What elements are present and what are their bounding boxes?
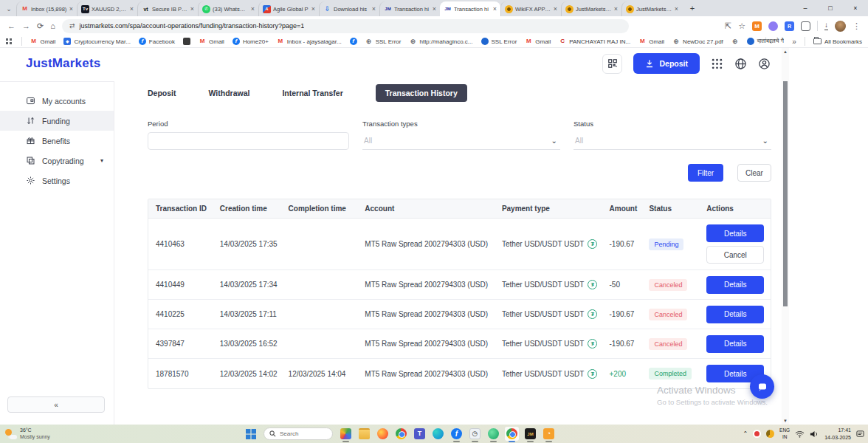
tab-internal-transfer[interactable]: Internal Transfer <box>282 89 342 97</box>
transaction-types-select[interactable]: All ⌄ <box>362 132 560 150</box>
browser-tab[interactable]: vt Secure IB Porta × <box>137 1 198 16</box>
bookmark-item[interactable]: MGmail <box>30 38 56 45</box>
browser-tab[interactable]: JM Transaction hi × <box>379 1 440 16</box>
all-bookmarks[interactable]: All Bookmarks <box>813 38 862 45</box>
share-icon[interactable]: ⇱ <box>725 21 731 31</box>
bookmark-item[interactable]: ⊕NewDoc 27.pdf <box>672 38 723 45</box>
tab-close-icon[interactable]: × <box>675 5 678 13</box>
bookmark-item[interactable]: SSL Error <box>481 38 517 45</box>
notification-icon[interactable] <box>856 430 864 438</box>
scroll-up-icon[interactable]: ▲ <box>782 49 789 54</box>
browser-tab[interactable]: WikiFX APP - C × <box>500 1 561 16</box>
apps-menu-icon[interactable] <box>711 58 723 70</box>
tab-close-icon[interactable]: × <box>69 5 73 13</box>
bookmark-item[interactable]: MGmail <box>638 38 664 45</box>
period-input[interactable] <box>148 132 349 150</box>
qr-code-button[interactable] <box>602 54 622 74</box>
bookmark-item[interactable] <box>183 38 190 45</box>
sidebar-item-copytrading[interactable]: Copytrading ▾ <box>0 151 114 171</box>
purple-extension-icon[interactable] <box>768 21 778 31</box>
orange-app-icon[interactable]: ◔ <box>542 427 556 441</box>
status-select[interactable]: All ⌄ <box>574 132 771 150</box>
justmarkets-logo[interactable]: JustMarkets <box>26 56 100 71</box>
bookmark-item[interactable]: MInbox - ajaysalagar... <box>277 38 342 45</box>
tab-close-icon[interactable]: × <box>554 5 557 13</box>
details-button[interactable]: Details <box>706 335 764 353</box>
browser-tab[interactable]: JustMarkets Ra × <box>621 1 682 16</box>
page-scrollbar[interactable]: ▲ ▼ <box>782 48 789 425</box>
teams-icon[interactable]: T <box>413 427 427 441</box>
browser-tab[interactable]: JM Transaction hi × <box>440 1 500 16</box>
profile-avatar[interactable] <box>835 21 846 32</box>
sidebar-collapse-button[interactable]: « <box>7 396 105 413</box>
tab-close-icon[interactable]: × <box>311 5 315 13</box>
metamask-extension-icon[interactable]: M <box>752 21 762 31</box>
tab-deposit[interactable]: Deposit <box>148 89 176 97</box>
downloads-icon[interactable]: ↓ <box>824 21 828 30</box>
bookmark-item[interactable]: दातांबद्दलचे गैरसमज ज... <box>747 38 785 45</box>
bookmark-item[interactable]: f <box>350 38 357 45</box>
start-button[interactable] <box>244 427 258 441</box>
bookmark-item[interactable]: MGmail <box>525 38 551 45</box>
filter-button[interactable]: Filter <box>688 164 723 182</box>
tab-close-icon[interactable]: × <box>614 5 618 13</box>
taskbar-search[interactable]: Search <box>264 427 333 440</box>
bookmark-star-icon[interactable]: ☆ <box>738 21 745 31</box>
photos-app-icon[interactable] <box>339 427 353 441</box>
file-explorer-icon[interactable] <box>357 427 371 441</box>
tab-close-icon[interactable]: × <box>493 5 497 13</box>
new-tab-button[interactable]: + <box>685 1 700 16</box>
details-button[interactable]: Details <box>706 276 764 294</box>
bookmark-item[interactable]: ◆Cryptocurrency Mar... <box>63 38 130 45</box>
home-icon[interactable]: ⌂ <box>50 21 55 30</box>
maximize-button[interactable]: □ <box>818 0 843 16</box>
browser-tab[interactable]: ⇩ Download his × <box>319 1 379 16</box>
terminal-app-icon[interactable]: JM <box>523 427 537 441</box>
taskbar-weather[interactable]: 36°C Mostly sunny <box>5 427 50 441</box>
green-app-icon[interactable] <box>486 427 500 441</box>
site-settings-icon[interactable]: ⇄ <box>69 22 75 30</box>
back-icon[interactable]: ← <box>7 21 16 30</box>
clear-button[interactable]: Clear <box>737 164 771 182</box>
bookmark-item[interactable]: CPANCHAYATI RAJ IN... <box>559 38 630 45</box>
bookmark-item[interactable]: ⊕SSL Error <box>365 38 402 45</box>
sidebar-item-settings[interactable]: Settings <box>0 171 114 190</box>
details-button[interactable]: Details <box>706 224 764 242</box>
browser-tab[interactable]: Tv XAUUSD 2,997 × <box>77 1 137 16</box>
tab-search-icon[interactable]: ⌄ <box>1 1 16 16</box>
bookmark-item[interactable]: fHome20+ <box>232 38 269 45</box>
bookmarks-overflow-icon[interactable]: » <box>792 38 796 46</box>
deposit-button[interactable]: Deposit <box>633 53 700 74</box>
volume-icon[interactable] <box>810 430 819 438</box>
sidebar-item-my-accounts[interactable]: My accounts <box>0 91 114 111</box>
bookmark-item[interactable]: MGmail <box>199 38 224 45</box>
tab-close-icon[interactable]: × <box>190 5 194 13</box>
firefox-icon[interactable] <box>376 427 390 441</box>
browser-tab[interactable]: JustMarkets - F × <box>561 1 621 16</box>
url-bar[interactable]: ⇄ justmarkets.com/spa/account-operations… <box>62 19 629 33</box>
bookmark-item[interactable]: ⊕http://mahaginco.c... <box>409 38 472 45</box>
cancel-button[interactable]: Cancel <box>706 246 764 264</box>
blue-extension-icon[interactable]: R <box>785 21 794 31</box>
browser-tab[interactable]: ✆ (33) WhatsApp × <box>198 1 258 16</box>
apps-grid-icon[interactable] <box>6 38 12 44</box>
scroll-down-icon[interactable]: ▼ <box>782 419 789 423</box>
tab-withdrawal[interactable]: Withdrawal <box>209 89 250 97</box>
edge-icon[interactable] <box>431 427 445 441</box>
tray-recorder-icon[interactable] <box>753 430 761 438</box>
chat-widget-button[interactable] <box>750 374 774 399</box>
browser-tab[interactable]: A Agile Global P × <box>258 1 319 16</box>
scrollbar-thumb[interactable] <box>783 81 788 306</box>
language-globe-icon[interactable] <box>734 58 747 70</box>
tab-transaction-history[interactable]: Transaction History <box>376 84 467 102</box>
refresh-icon[interactable]: ⟳ <box>37 21 44 31</box>
extensions-icon[interactable] <box>801 21 810 31</box>
browser-tab[interactable]: M Inbox (15,898) × <box>16 1 77 16</box>
details-button[interactable]: Details <box>706 306 764 323</box>
bookmark-item[interactable]: fFacebook <box>139 38 175 45</box>
close-button[interactable]: × <box>843 0 868 16</box>
browser-menu-icon[interactable]: ⋮ <box>852 21 861 31</box>
tab-close-icon[interactable]: × <box>372 5 376 13</box>
chrome-active-icon[interactable] <box>505 427 519 441</box>
profile-icon[interactable] <box>758 58 771 70</box>
